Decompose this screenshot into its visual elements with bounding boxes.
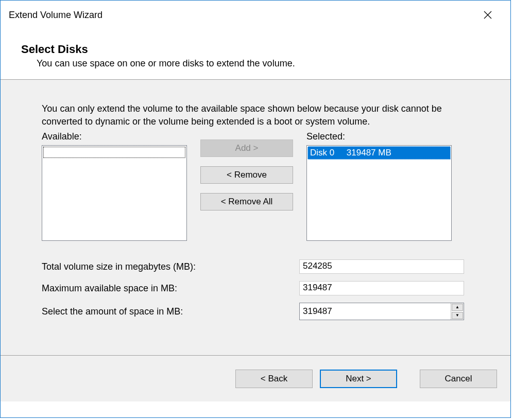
spinner-up-button[interactable]: ▲ (452, 304, 463, 311)
wizard-footer: < Back Next > Cancel (1, 355, 510, 401)
selected-column: Selected: Disk 0 319487 MB (306, 131, 452, 241)
select-space-input[interactable] (300, 303, 451, 320)
select-space-row: Select the amount of space in MB: ▲ ▼ (42, 303, 469, 320)
max-space-value: 319487 (299, 281, 464, 295)
selected-listbox[interactable]: Disk 0 319487 MB (306, 145, 452, 241)
wizard-content: You can only extend the volume to the av… (1, 80, 510, 355)
next-button[interactable]: Next > (320, 370, 397, 388)
add-button[interactable]: Add > (200, 139, 293, 157)
spinner-down-button[interactable]: ▼ (452, 312, 463, 319)
selected-label: Selected: (306, 131, 452, 142)
total-size-label: Total volume size in megabytes (MB): (42, 261, 299, 272)
disk-columns: Available: Add > < Remove < Remove All S… (42, 131, 469, 241)
back-button[interactable]: < Back (235, 370, 313, 388)
info-text: You can only extend the volume to the av… (42, 102, 469, 128)
available-column: Available: (42, 131, 187, 241)
cancel-button[interactable]: Cancel (420, 370, 497, 388)
transfer-buttons: Add > < Remove < Remove All (200, 131, 293, 211)
page-heading: Select Disks (21, 43, 490, 56)
total-size-value: 524285 (299, 259, 464, 274)
wizard-window: Extend Volume Wizard Select Disks You ca… (0, 0, 511, 418)
max-space-row: Maximum available space in MB: 319487 (42, 281, 469, 295)
select-space-label: Select the amount of space in MB: (42, 306, 299, 317)
total-size-row: Total volume size in megabytes (MB): 524… (42, 259, 469, 274)
available-listbox[interactable] (42, 145, 187, 241)
select-space-spinner: ▲ ▼ (299, 303, 464, 320)
wizard-header: Select Disks You can use space on one or… (1, 29, 510, 79)
selected-disk-row[interactable]: Disk 0 319487 MB (307, 146, 451, 160)
spinner-buttons: ▲ ▼ (451, 303, 464, 320)
available-label: Available: (42, 131, 187, 142)
window-title: Extend Volume Wizard (9, 10, 102, 21)
remove-all-button[interactable]: < Remove All (200, 193, 293, 211)
titlebar: Extend Volume Wizard (1, 1, 510, 29)
max-space-label: Maximum available space in MB: (42, 283, 299, 294)
chevron-down-icon: ▼ (455, 313, 459, 318)
page-subtitle: You can use space on one or more disks t… (21, 58, 490, 69)
remove-button[interactable]: < Remove (200, 166, 293, 184)
chevron-up-icon: ▲ (455, 305, 459, 309)
available-empty-row (43, 147, 185, 158)
size-stats: Total volume size in megabytes (MB): 524… (42, 259, 469, 320)
close-icon (484, 11, 492, 19)
close-button[interactable] (473, 5, 502, 25)
